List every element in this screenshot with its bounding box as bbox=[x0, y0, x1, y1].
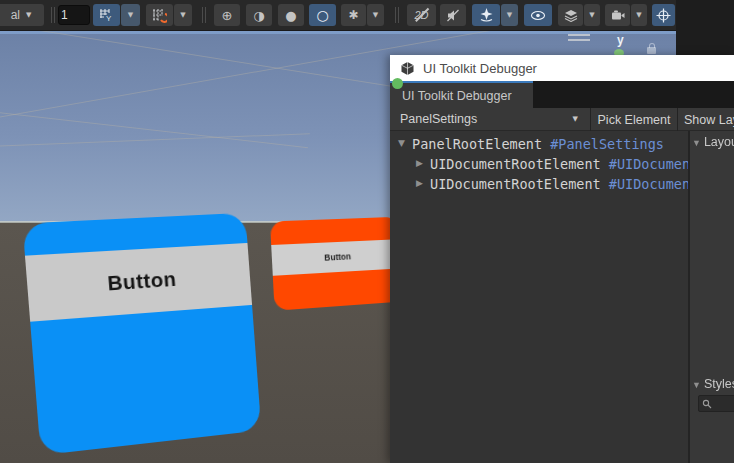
layout-section-header[interactable]: ▼Layout bbox=[692, 135, 734, 149]
worldspace-button-blue[interactable]: Button bbox=[22, 213, 261, 455]
effects-options-dropdown[interactable]: ▼ bbox=[501, 4, 518, 26]
foldout-collapsed-icon[interactable]: ▶ bbox=[416, 178, 423, 188]
element-name: PanelRootElement bbox=[412, 136, 542, 152]
element-name: UIDocumentRootElement bbox=[430, 176, 601, 192]
speaker-muted-icon bbox=[446, 9, 460, 22]
background-panel bbox=[676, 0, 734, 56]
2d-mode-toggle[interactable]: 2D bbox=[407, 4, 436, 26]
grid-options-dropdown[interactable]: ▼ bbox=[121, 4, 140, 26]
unity-editor: y Button Button al ▼ Y ▼ bbox=[0, 0, 734, 463]
shading-ring-button[interactable]: ○ bbox=[309, 4, 336, 26]
window-titlebar[interactable]: UI Toolkit Debugger bbox=[390, 55, 734, 81]
chevron-down-icon: ▼ bbox=[26, 12, 31, 19]
light-options-dropdown[interactable]: ▼ bbox=[367, 4, 384, 26]
scene-toolbar: al ▼ Y ▼ ▼ ⊕ ◑ ● bbox=[0, 0, 676, 31]
element-selector: #UIDocument bbox=[609, 176, 688, 192]
section-label: Layout bbox=[704, 135, 734, 149]
pivot-label: al bbox=[11, 8, 20, 22]
eye-icon bbox=[530, 10, 546, 21]
panel-select-value: PanelSettings bbox=[400, 112, 477, 126]
layers-icon bbox=[564, 9, 578, 22]
chevron-down-icon: ▼ bbox=[373, 12, 378, 19]
half-sphere-icon: ◑ bbox=[253, 9, 264, 22]
styles-search-field[interactable] bbox=[698, 395, 734, 412]
shading-solid-button[interactable]: ● bbox=[278, 4, 304, 26]
chevron-down-icon: ▼ bbox=[589, 12, 594, 19]
tree-row[interactable]: ▶ UIDocumentRootElement #UIDocument bbox=[390, 154, 688, 174]
foldout-expanded-icon[interactable]: ▼ bbox=[398, 138, 405, 148]
chevron-down-icon: ▼ bbox=[573, 116, 578, 123]
debugger-body: ▼ PanelRootElement #PanelSettings ▶ UIDo… bbox=[390, 131, 734, 463]
camera-icon bbox=[611, 10, 625, 21]
search-icon bbox=[702, 399, 712, 409]
element-hierarchy-tree: ▼ PanelRootElement #PanelSettings ▶ UIDo… bbox=[390, 131, 688, 463]
light-debug-button[interactable]: ✱ bbox=[341, 4, 366, 26]
shading-half-button[interactable]: ◑ bbox=[246, 4, 272, 26]
ring-sphere-icon: ○ bbox=[316, 8, 328, 22]
chevron-down-icon: ▼ bbox=[180, 12, 185, 19]
window-title: UI Toolkit Debugger bbox=[423, 61, 537, 76]
panel-select-dropdown[interactable]: PanelSettings ▼ bbox=[390, 108, 590, 131]
debugger-toolbar: PanelSettings ▼ Pick Element Show Layout bbox=[390, 108, 734, 131]
tab-state-dot bbox=[392, 78, 403, 89]
pick-element-button[interactable]: Pick Element bbox=[591, 108, 677, 131]
svg-text:Y: Y bbox=[106, 14, 112, 23]
chevron-down-icon: ▼ bbox=[128, 12, 133, 19]
gizmo-sphere-icon bbox=[656, 8, 671, 23]
handle-pivot-dropdown[interactable]: al ▼ bbox=[0, 4, 44, 26]
gizmo-lock-icon[interactable] bbox=[647, 47, 656, 54]
foldout-expanded-icon: ▼ bbox=[692, 138, 701, 148]
layers-button[interactable] bbox=[558, 4, 583, 26]
chevron-down-icon: ▼ bbox=[636, 12, 641, 19]
toolbar-separator bbox=[395, 7, 399, 23]
worldspace-button-orange[interactable]: Button bbox=[270, 217, 402, 311]
foldout-collapsed-icon[interactable]: ▶ bbox=[416, 158, 423, 168]
gizmos-toggle[interactable] bbox=[652, 4, 675, 26]
show-layout-button[interactable]: Show Layout bbox=[678, 108, 734, 131]
toolbar-separator bbox=[202, 7, 206, 23]
camera-button[interactable] bbox=[605, 4, 630, 26]
grid-visibility-toggle[interactable]: Y bbox=[93, 4, 120, 26]
tree-row[interactable]: ▼ PanelRootElement #PanelSettings bbox=[390, 134, 688, 154]
package-cube-icon bbox=[400, 61, 415, 76]
chevron-down-icon: ▼ bbox=[507, 12, 512, 19]
tab-label: UI Toolkit Debugger bbox=[402, 89, 512, 103]
audio-toggle[interactable] bbox=[440, 4, 466, 26]
foldout-expanded-icon: ▼ bbox=[692, 380, 701, 390]
button-label-band: Button bbox=[25, 243, 252, 322]
solid-sphere-icon: ● bbox=[285, 9, 296, 22]
snap-toggle[interactable] bbox=[146, 4, 173, 26]
overlay-drag-handle[interactable] bbox=[568, 34, 590, 44]
button-label-band: Button bbox=[271, 239, 401, 276]
styles-section-header[interactable]: ▼Styles bbox=[692, 377, 734, 391]
button-label: Button bbox=[324, 251, 351, 262]
ui-toolkit-debugger-window: UI Toolkit Debugger UI Toolkit Debugger … bbox=[390, 55, 734, 463]
layers-options-dropdown[interactable]: ▼ bbox=[584, 4, 600, 26]
grid-y-icon: Y bbox=[99, 8, 114, 23]
element-selector: #PanelSettings bbox=[550, 136, 664, 152]
wire-sphere-icon: ⊕ bbox=[222, 9, 233, 22]
effects-sparkle-icon bbox=[479, 8, 494, 22]
element-name: UIDocumentRootElement bbox=[430, 156, 601, 172]
styles-search-input[interactable] bbox=[712, 397, 734, 411]
scene-effects-toggle[interactable] bbox=[472, 4, 500, 26]
snap-options-dropdown[interactable]: ▼ bbox=[174, 4, 192, 26]
light-burst-icon: ✱ bbox=[348, 9, 358, 21]
tree-row[interactable]: ▶ UIDocumentRootElement #UIDocument bbox=[390, 174, 688, 194]
inspector-pane: ▼Layout ▼Styles bbox=[690, 131, 734, 463]
camera-options-dropdown[interactable]: ▼ bbox=[631, 4, 647, 26]
gizmo-y-axis-label[interactable]: y bbox=[617, 33, 624, 47]
scene-visibility-toggle[interactable] bbox=[524, 4, 552, 26]
toolbar-separator bbox=[51, 7, 55, 23]
section-label: Styles bbox=[704, 377, 734, 391]
snap-increment-input[interactable] bbox=[58, 5, 90, 25]
tab-ui-toolkit-debugger[interactable]: UI Toolkit Debugger bbox=[390, 81, 533, 108]
button-label: Button bbox=[107, 267, 178, 296]
element-selector: #UIDocument bbox=[609, 156, 688, 172]
shading-wireframe-button[interactable]: ⊕ bbox=[214, 4, 240, 26]
snap-grid-icon bbox=[152, 8, 167, 23]
tab-bar: UI Toolkit Debugger bbox=[390, 81, 734, 108]
